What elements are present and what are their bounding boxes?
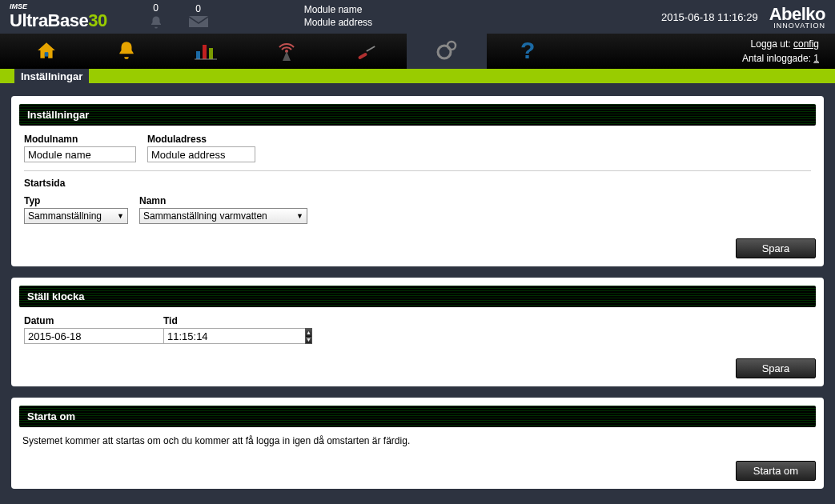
module-info: Module name Module address (304, 4, 372, 29)
svg-rect-0 (45, 52, 48, 56)
panel-clock-header: Ställ klocka (19, 286, 816, 307)
module-name: Module name (304, 4, 372, 17)
panel-restart: Starta om Systemet kommer att startas om… (11, 398, 824, 489)
logo: IMSE UltraBase30 (10, 2, 107, 31)
nav-network[interactable] (247, 34, 327, 69)
label-namn: Namn (139, 195, 307, 206)
nav-bar: ? Logga ut: config Antal inloggade: 1 (0, 34, 835, 69)
logo-ultra: UltraBase30 (10, 10, 107, 31)
panel-settings-header: Inställningar (19, 104, 816, 126)
brand: Abelko INNOVATION (769, 4, 825, 30)
nav-help[interactable]: ? (487, 34, 567, 69)
help-icon: ? (518, 38, 536, 65)
bell-icon (115, 40, 138, 63)
page-title: Inställningar (14, 69, 89, 83)
restart-button[interactable]: Starta om (736, 461, 816, 481)
svg-rect-6 (358, 52, 367, 59)
mail-icon (189, 16, 208, 31)
counter-alerts[interactable]: 0 (147, 2, 165, 32)
input-modulname[interactable] (24, 146, 136, 162)
save-button[interactable]: Spara (736, 358, 816, 378)
nav-tools[interactable] (327, 34, 407, 69)
input-moduladress[interactable] (147, 146, 255, 162)
chevron-down-icon: ▼ (117, 212, 124, 220)
brand-sub: INNOVATION (769, 22, 825, 30)
content: Inställningar Modulnamn Moduladress Star… (0, 83, 835, 504)
svg-text:?: ? (520, 38, 535, 62)
chevron-down-icon: ▼ (296, 212, 303, 220)
top-bar: IMSE UltraBase30 0 0 Module name Module … (0, 0, 835, 34)
counter-alerts-value: 0 (153, 2, 159, 14)
chevron-up-icon[interactable]: ▲ (306, 329, 311, 337)
panel-settings: Inställningar Modulnamn Moduladress Star… (11, 96, 824, 266)
restart-text: Systemet kommer att startas om och du ko… (19, 427, 816, 458)
select-typ-value: Sammanställning (28, 210, 102, 222)
user-info: Logga ut: config Antal inloggade: 1 (742, 37, 835, 66)
logo-imse: IMSE (10, 2, 107, 10)
label-tid: Tid (163, 315, 291, 326)
module-address: Module address (304, 17, 372, 30)
logged-in-label: Antal inloggade: (742, 53, 811, 64)
logged-in-count[interactable]: 1 (813, 53, 819, 64)
svg-rect-3 (209, 48, 213, 59)
antenna-icon (275, 39, 299, 64)
svg-rect-1 (196, 51, 200, 59)
chevron-down-icon[interactable]: ▼ (306, 337, 311, 344)
svg-point-9 (442, 50, 447, 54)
breadcrumb-strip: Inställningar (0, 69, 835, 83)
input-datum[interactable] (24, 328, 166, 344)
label-modulname: Modulnamn (24, 134, 136, 145)
logout-link[interactable]: config (793, 38, 819, 50)
select-namn-value: Sammanställning varmvatten (143, 210, 267, 222)
counters: 0 0 (147, 2, 208, 32)
nav-charts[interactable] (167, 34, 247, 69)
logout-label: Logga ut: (751, 38, 791, 50)
gear-icon (435, 39, 459, 64)
svg-rect-7 (366, 46, 375, 52)
counter-mail[interactable]: 0 (189, 3, 208, 31)
bars-icon (195, 40, 219, 63)
select-typ[interactable]: Sammanställning ▼ (24, 208, 128, 224)
label-datum: Datum (24, 315, 152, 326)
counter-mail-value: 0 (195, 3, 201, 14)
panel-clock: Ställ klocka Datum ▲ ▼ Tid (11, 278, 824, 386)
label-moduladress: Moduladress (147, 134, 255, 145)
home-icon (35, 40, 58, 63)
select-namn[interactable]: Sammanställning varmvatten ▼ (139, 208, 307, 224)
label-startsida: Startsida (24, 178, 65, 189)
label-typ: Typ (24, 195, 128, 206)
save-button[interactable]: Spara (736, 238, 816, 258)
datetime: 2015-06-18 11:16:29 (661, 11, 758, 23)
nav-alerts[interactable] (86, 34, 167, 69)
input-tid[interactable] (163, 328, 305, 344)
nav-home[interactable] (6, 34, 86, 69)
panel-restart-header: Starta om (19, 406, 816, 427)
svg-rect-2 (203, 45, 207, 59)
nav-settings[interactable] (407, 34, 487, 69)
bell-icon (147, 15, 165, 32)
svg-point-11 (450, 44, 453, 47)
screwdriver-icon (355, 40, 379, 63)
tid-stepper[interactable]: ▲ ▼ (305, 328, 312, 344)
